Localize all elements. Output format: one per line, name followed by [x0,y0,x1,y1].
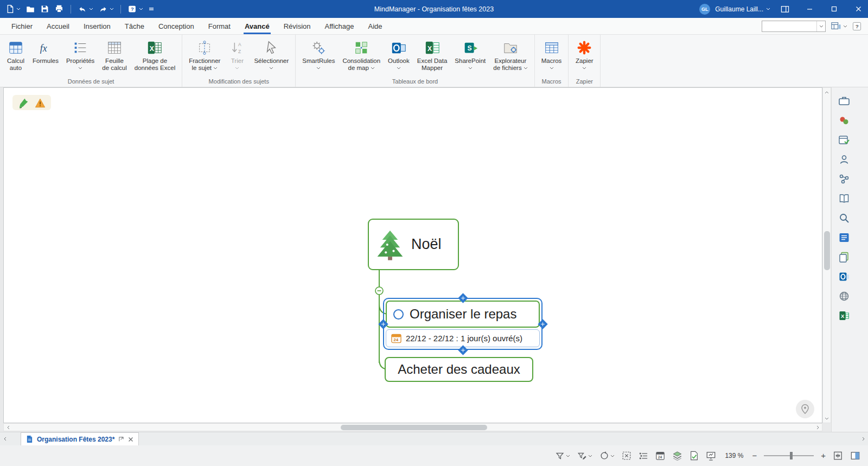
calcul-auto-button[interactable]: Calcul auto [3,37,29,73]
map-pin-button[interactable] [796,400,814,418]
tab-tache[interactable]: Tâche [118,18,151,34]
scroll-right-button[interactable] [814,424,821,431]
help-button[interactable]: ? [127,4,143,14]
quick-search-input[interactable] [762,21,816,31]
index-pane-button[interactable] [836,229,852,246]
new-document-button[interactable] [5,4,21,14]
zoom-out-button[interactable]: − [752,452,757,459]
minimize-button[interactable] [800,0,819,18]
web-pane-button[interactable] [836,288,852,304]
quick-search-box[interactable] [762,21,826,32]
macros-button[interactable]: Macros [538,37,566,73]
tab-accueil[interactable]: Accueil [40,18,76,34]
avatar[interactable]: GL [699,4,710,15]
walkthrough-button[interactable] [599,451,615,461]
popout-tab-icon[interactable] [118,436,124,442]
topic-acheter-des-cadeaux[interactable]: Acheter des cadeaux [385,357,533,382]
excel-pane-button[interactable]: X [836,308,852,324]
scroll-down-button[interactable] [823,414,831,422]
zoom-slider-thumb[interactable] [790,452,793,459]
edit-pen-icon[interactable] [18,97,29,108]
tags-pane-button[interactable] [836,112,852,129]
fractionner-le-sujet-button[interactable]: Fractionner le sujet [185,37,224,73]
map-pin-icon [800,404,810,414]
tab-aide[interactable]: Aide [361,18,390,34]
links-pane-button[interactable] [836,171,852,187]
consolidation-de-map-button[interactable]: Consolidation de map [339,37,384,73]
maximize-button[interactable] [824,0,844,18]
split-view-button[interactable] [850,451,860,461]
save-button[interactable] [40,4,49,14]
zapier-button[interactable]: Zapier [571,37,597,73]
presentation-view-button[interactable] [706,451,716,461]
power-filter-button[interactable] [577,451,592,461]
ribbon-display-options-button[interactable] [831,21,847,31]
schedule-view-button[interactable]: 24 [655,451,665,461]
snippets-pane-button[interactable] [836,249,852,265]
add-topic-handle-left[interactable] [378,319,388,329]
open-button[interactable] [25,4,35,14]
tab-scroll-right-button[interactable] [858,432,868,445]
quick-search-dropdown[interactable] [816,21,825,31]
review-view-button[interactable] [690,451,699,461]
account-menu[interactable]: Guillaume Laill... [715,5,770,13]
task-progress-icon[interactable] [393,309,404,320]
plage-donnees-excel-button[interactable]: X Plage de données Excel [131,37,179,73]
proprietes-button[interactable]: Propriétés [62,37,98,73]
zoom-slider[interactable] [764,452,814,459]
scroll-left-button[interactable] [4,424,12,431]
outlook-button[interactable]: Outlook [384,37,413,73]
tab-revision[interactable]: Révision [277,18,318,34]
tab-conception[interactable]: Conception [151,18,201,34]
close-tab-icon[interactable] [128,437,133,442]
close-button[interactable] [848,0,868,18]
print-button[interactable] [54,4,64,14]
scroll-up-button[interactable] [823,88,831,96]
undo-button[interactable] [78,5,93,14]
switch-windows-button[interactable] [775,0,795,18]
briefcase-pane-button[interactable] [836,93,852,109]
mindmanager-window: { "titlebar": { "title": "MindManager - … [0,0,868,466]
add-topic-handle-top[interactable] [458,293,468,303]
feuille-de-calcul-button[interactable]: Feuille de calcul [98,37,130,73]
horizontal-scroll-thumb[interactable] [341,425,487,430]
resources-pane-button[interactable] [836,151,852,168]
search-pane-button[interactable] [836,210,852,226]
tab-scroll-left-button[interactable] [0,432,10,445]
add-topic-handle-bottom[interactable] [458,345,468,355]
layers-view-button[interactable] [672,451,682,461]
help-panel-button[interactable]: ? [852,22,861,31]
quick-access-customize-button[interactable] [148,6,155,12]
outlook-pane-button[interactable] [836,269,852,285]
tab-fichier[interactable]: Fichier [4,18,40,34]
tab-avance[interactable]: Avancé [238,18,277,34]
tab-affichage[interactable]: Affichage [318,18,361,34]
formules-button[interactable]: fx Formules [29,37,62,73]
tab-format[interactable]: Format [201,18,238,34]
fit-map-button[interactable] [833,451,843,461]
excel-data-mapper-button[interactable]: X Excel Data Mapper [413,37,451,73]
add-topic-handle-right[interactable] [538,319,547,329]
filter-button[interactable] [555,451,570,461]
map-canvas[interactable]: Noël Organiser le repas 24 22/12 - 22/12… [3,87,822,423]
topic-organiser-le-repas[interactable]: Organiser le repas [386,301,540,328]
schedule-pane-button[interactable] [836,132,852,148]
outline-view-button[interactable] [639,451,648,460]
explorateur-de-fichiers-button[interactable]: Explorateur de fichiers [489,37,531,73]
topic-noel[interactable]: Noël [368,219,459,270]
select-region-button[interactable] [622,451,631,461]
redo-button[interactable] [98,5,114,14]
document-tab[interactable]: Organisation Fêtes 2023* [21,432,139,445]
zoom-in-button[interactable]: + [821,452,826,459]
vertical-scrollbar[interactable] [822,87,831,423]
topic-organiser-selection[interactable]: Organiser le repas 24 22/12 - 22/12 : 1 … [383,298,542,350]
warning-triangle-icon[interactable] [35,98,46,108]
smartrules-button[interactable]: SmartRules [298,37,339,73]
vertical-scroll-thumb[interactable] [824,231,830,270]
selectionner-button[interactable]: Sélectionner [250,37,292,73]
notes-pane-button[interactable] [836,190,852,207]
horizontal-scrollbar[interactable] [3,423,822,431]
sharepoint-button[interactable]: S SharePoint [451,37,489,73]
tab-insertion[interactable]: Insertion [76,18,118,34]
trier-button[interactable]: AZ Trier [224,37,250,73]
